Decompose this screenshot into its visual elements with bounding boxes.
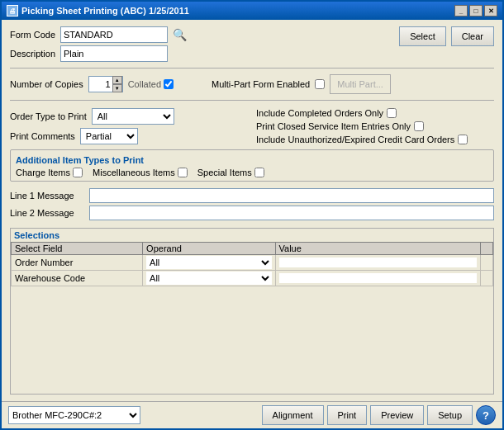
maximize-button[interactable]: □ (469, 5, 483, 17)
form-code-row: Form Code 🔍 (10, 26, 187, 43)
additional-types-row: Charge Items Miscellaneous Items Special… (16, 168, 488, 177)
form-code-label: Form Code (10, 30, 55, 40)
copies-row: Number of Copies ▲ ▼ Collated Multi-Part… (10, 74, 494, 94)
misc-items-label: Miscellaneous Items (93, 168, 175, 177)
left-panel: Order Type to Print All Open Closed Prin… (10, 108, 248, 144)
col-operand: Operand (143, 243, 275, 255)
row1-extra (480, 255, 492, 271)
multipart-row: Multi-Part Form Enabled Multi Part... (212, 74, 391, 94)
special-items-wrapper: Special Items (197, 168, 264, 177)
title-bar-buttons: _ □ ✕ (454, 5, 497, 17)
bottom-bar: Brother MFC-290C#:2 Alignment Print Prev… (2, 401, 502, 428)
order-type-row: Order Type to Print All Open Closed (10, 108, 248, 125)
row2-operand: All Equal To Greater Than Less Than (143, 271, 275, 286)
include-completed-checkbox[interactable] (387, 108, 397, 118)
print-closed-checkbox[interactable] (414, 121, 424, 131)
table-row: Order Number All Equal To Greater Than L… (12, 255, 493, 271)
separator-1 (10, 68, 494, 69)
row2-extra (480, 271, 492, 286)
copies-input[interactable] (89, 79, 112, 89)
search-icon[interactable]: 🔍 (173, 28, 187, 41)
row2-value[interactable] (275, 271, 480, 286)
line2-row: Line 2 Message (10, 206, 494, 220)
top-buttons: Select Clear (399, 26, 494, 46)
minimize-button[interactable]: _ (454, 5, 468, 17)
help-button[interactable]: ? (476, 405, 496, 425)
print-closed-label: Print Closed Service Item Entries Only (256, 121, 411, 131)
separator-2 (10, 100, 494, 101)
misc-items-wrapper: Miscellaneous Items (93, 168, 188, 177)
select-button[interactable]: Select (399, 26, 446, 46)
row2-operand-select[interactable]: All Equal To Greater Than Less Than (146, 272, 271, 285)
copies-input-wrapper: ▲ ▼ (88, 76, 123, 92)
title-bar-left: 🖨 Picking Sheet Printing (ABC) 1/25/2011 (7, 5, 189, 17)
collated-checkbox[interactable] (164, 79, 174, 89)
order-type-label: Order Type to Print (10, 111, 87, 121)
table-row: Warehouse Code All Equal To Greater Than… (12, 271, 493, 286)
window-icon: 🖨 (7, 5, 18, 17)
special-items-checkbox[interactable] (254, 168, 264, 177)
close-button[interactable]: ✕ (484, 5, 497, 17)
line1-label: Line 1 Message (10, 191, 84, 201)
copies-spinner: ▲ ▼ (112, 76, 122, 92)
include-unauthorized-label: Include Unauthorized/Expired Credit Card… (256, 135, 454, 144)
print-closed-row: Print Closed Service Item Entries Only (256, 121, 494, 131)
misc-items-checkbox[interactable] (178, 168, 188, 177)
include-completed-label: Include Completed Orders Only (256, 108, 383, 118)
right-panel: Include Completed Orders Only Print Clos… (256, 108, 494, 144)
row1-operand-select[interactable]: All Equal To Greater Than Less Than (146, 256, 271, 269)
print-button[interactable]: Print (327, 405, 368, 425)
main-window: 🖨 Picking Sheet Printing (ABC) 1/25/2011… (0, 0, 504, 430)
order-type-select[interactable]: All Open Closed (92, 108, 174, 125)
charge-items-label: Charge Items (16, 168, 70, 177)
additional-section: Additional Item Types to Print Charge It… (10, 149, 494, 182)
main-options-area: Order Type to Print All Open Closed Prin… (10, 108, 494, 144)
col-extra (480, 243, 492, 255)
row1-value[interactable] (275, 255, 480, 271)
row1-operand: All Equal To Greater Than Less Than (143, 255, 275, 271)
additional-section-label: Additional Item Types to Print (16, 155, 488, 165)
selections-table: Select Field Operand Value Order Number … (11, 242, 493, 286)
print-comments-select[interactable]: None Partial All (80, 128, 138, 144)
charge-items-wrapper: Charge Items (16, 168, 83, 177)
collated-wrapper: Collated (128, 79, 174, 89)
window-title: Picking Sheet Printing (ABC) 1/25/2011 (21, 6, 189, 16)
content-area: Form Code 🔍 Description Select Clear Num… (2, 20, 502, 401)
charge-items-checkbox[interactable] (73, 168, 83, 177)
row1-field: Order Number (12, 255, 143, 271)
include-completed-row: Include Completed Orders Only (256, 108, 494, 118)
message-section: Line 1 Message Line 2 Message (10, 188, 494, 223)
line1-row: Line 1 Message (10, 188, 494, 203)
multipart-button: Multi Part... (330, 74, 391, 94)
multipart-checkbox[interactable] (315, 79, 325, 89)
clear-button[interactable]: Clear (451, 26, 494, 46)
col-select-field: Select Field (12, 243, 143, 255)
line1-input[interactable] (89, 188, 494, 203)
row2-field: Warehouse Code (12, 271, 143, 286)
include-unauthorized-checkbox[interactable] (458, 135, 468, 144)
line2-input[interactable] (89, 206, 494, 220)
description-label: Description (10, 49, 55, 59)
selections-section: Selections Select Field Operand Value Or… (10, 228, 494, 395)
copies-down[interactable]: ▼ (112, 84, 122, 92)
printer-select[interactable]: Brother MFC-290C#:2 (8, 406, 140, 424)
title-bar: 🖨 Picking Sheet Printing (ABC) 1/25/2011… (2, 2, 502, 20)
bottom-buttons: Alignment Print Preview Setup ? (262, 405, 496, 425)
row2-value-input[interactable] (279, 273, 477, 283)
col-value: Value (275, 243, 480, 255)
copies-label: Number of Copies (10, 79, 83, 89)
row1-value-input[interactable] (279, 258, 477, 267)
line2-label: Line 2 Message (10, 208, 84, 218)
print-comments-label: Print Comments (10, 131, 75, 141)
include-unauthorized-row: Include Unauthorized/Expired Credit Card… (256, 135, 494, 144)
setup-button[interactable]: Setup (427, 405, 473, 425)
description-input[interactable] (60, 45, 168, 62)
print-comments-row: Print Comments None Partial All (10, 128, 248, 144)
preview-button[interactable]: Preview (370, 405, 424, 425)
copies-up[interactable]: ▲ (112, 76, 122, 84)
selections-title: Selections (11, 229, 493, 242)
multipart-label: Multi-Part Form Enabled (212, 79, 310, 89)
alignment-button[interactable]: Alignment (262, 405, 324, 425)
description-row: Description (10, 45, 187, 62)
form-code-input[interactable] (60, 26, 168, 43)
